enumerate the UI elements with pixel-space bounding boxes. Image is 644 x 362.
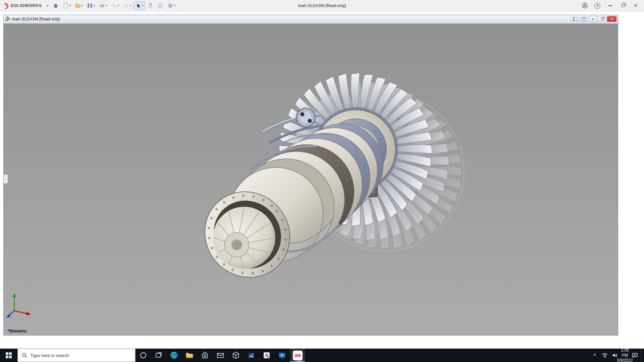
document-titlebar[interactable]: main.SLDASM [Read-only] × bbox=[4, 15, 618, 23]
help-icon: ? bbox=[594, 3, 600, 9]
pane-toggle-left-button[interactable] bbox=[571, 16, 579, 22]
print-button[interactable]: ▾ bbox=[97, 1, 109, 10]
app-icon-photos[interactable] bbox=[244, 349, 259, 362]
open-button[interactable]: ▾ bbox=[73, 1, 85, 10]
redo-button[interactable]: ▾ bbox=[121, 1, 133, 10]
clock-time: 2:06 PM bbox=[621, 348, 629, 358]
app-icon-movies-tv[interactable] bbox=[274, 349, 290, 362]
app-icon-3d-viewer[interactable] bbox=[228, 349, 244, 362]
app-window-controls: ? × bbox=[581, 2, 642, 9]
home-button[interactable] bbox=[51, 1, 60, 10]
maximize-restore-button[interactable] bbox=[619, 2, 627, 9]
select-tool-button[interactable]: ▾ bbox=[133, 1, 145, 10]
solidworks-app-logo: SW bbox=[294, 353, 301, 358]
home-icon bbox=[53, 3, 59, 9]
account-icon bbox=[582, 2, 588, 9]
redo-chevron[interactable]: ▾ bbox=[130, 4, 131, 7]
search-icon bbox=[22, 353, 27, 358]
assembly-document-icon bbox=[5, 16, 10, 21]
paint-3d-icon bbox=[263, 351, 271, 359]
document-title: main.SLDASM [Read-only] bbox=[12, 17, 60, 21]
open-chevron[interactable]: ▾ bbox=[82, 4, 83, 7]
chevron-up-icon: ^ bbox=[593, 353, 596, 358]
bolt-flange bbox=[296, 108, 315, 127]
save-chevron[interactable]: ▾ bbox=[94, 4, 95, 7]
open-folder-icon bbox=[75, 3, 81, 9]
app-icon-edge[interactable] bbox=[166, 349, 182, 362]
undo-chevron[interactable]: ▾ bbox=[118, 4, 119, 7]
viewport-3d[interactable]: *Dimetric › bbox=[4, 23, 618, 335]
taskbar-search-input[interactable]: Type here to search bbox=[17, 349, 136, 362]
doc-close-button[interactable]: × bbox=[607, 16, 616, 22]
help-button[interactable]: ? bbox=[594, 2, 601, 9]
pane-top-icon bbox=[582, 17, 586, 21]
collapse-arrow-icon: › bbox=[5, 177, 6, 181]
app-titlebar: SOLIDWORKS ▸ ▾ ▾ ▾ ▾ bbox=[0, 0, 644, 11]
account-button[interactable] bbox=[581, 2, 588, 9]
redo-icon bbox=[123, 3, 129, 9]
print-chevron[interactable]: ▾ bbox=[106, 4, 107, 7]
feature-manager-collapse-tab[interactable]: › bbox=[4, 174, 8, 184]
select-arrow-icon bbox=[135, 3, 141, 9]
movies-tv-icon bbox=[278, 351, 286, 359]
document-window: main.SLDASM [Read-only] × bbox=[3, 15, 618, 336]
engine-3d-model bbox=[4, 23, 618, 335]
show-desktop-button[interactable] bbox=[641, 349, 643, 362]
pane-toggle-top-button[interactable] bbox=[580, 16, 588, 22]
mouse-icon bbox=[147, 3, 153, 9]
system-tray: ^ 2:06 PM 5/9/2022 bbox=[590, 349, 644, 362]
action-center-button[interactable] bbox=[631, 349, 639, 362]
desktop: SOLIDWORKS ▸ ▾ ▾ ▾ ▾ bbox=[0, 0, 644, 362]
print-icon bbox=[99, 3, 105, 9]
cortana-button[interactable] bbox=[136, 349, 151, 362]
new-document-icon bbox=[63, 3, 69, 9]
app-icon-mail[interactable] bbox=[213, 349, 228, 362]
solidworks-app-tile: SW 2021 bbox=[293, 351, 303, 360]
mail-icon bbox=[216, 351, 224, 359]
network-button[interactable] bbox=[600, 349, 609, 362]
close-app-button[interactable]: × bbox=[632, 2, 639, 9]
document-properties-button[interactable] bbox=[156, 1, 165, 10]
new-document-chevron[interactable]: ▾ bbox=[69, 4, 71, 7]
select-tool-chevron[interactable]: ▾ bbox=[142, 4, 143, 7]
options-button[interactable]: ▾ bbox=[166, 1, 177, 10]
gear-icon bbox=[167, 3, 173, 9]
search-placeholder: Type here to search bbox=[31, 353, 69, 358]
toolbar-flyout-arrow[interactable]: ▸ bbox=[47, 4, 49, 7]
options-chevron[interactable]: ▾ bbox=[174, 4, 175, 7]
orientation-triad bbox=[6, 294, 31, 318]
app-icon-file-explorer[interactable] bbox=[182, 349, 197, 362]
engine-model bbox=[187, 64, 468, 295]
edge-icon bbox=[170, 351, 178, 360]
doc-restore-button[interactable] bbox=[598, 16, 606, 22]
app-icon-paint-3d[interactable] bbox=[259, 349, 274, 362]
solidworks-version-badge: 2021 bbox=[297, 359, 303, 362]
document-properties-icon bbox=[157, 3, 163, 9]
solidworks-logo-icon bbox=[2, 2, 9, 9]
file-explorer-icon bbox=[185, 351, 194, 360]
app-icon-solidworks-2021[interactable]: SW 2021 bbox=[290, 349, 305, 362]
close-icon: × bbox=[634, 3, 637, 8]
doc-close-icon: × bbox=[610, 17, 613, 21]
doc-restore-icon bbox=[601, 18, 603, 20]
main-toolbar: ▾ ▾ ▾ ▾ ▾ ▾ ▾ bbox=[51, 1, 177, 10]
document-window-controls: × bbox=[571, 16, 616, 22]
cube-3d-icon bbox=[232, 351, 240, 359]
undo-button[interactable]: ▾ bbox=[109, 1, 121, 10]
task-view-button[interactable] bbox=[151, 349, 166, 362]
start-button[interactable] bbox=[0, 349, 17, 362]
brand-text: SOLIDWORKS bbox=[10, 3, 42, 8]
new-document-button[interactable]: ▾ bbox=[61, 1, 72, 10]
taskbar: Type here to search bbox=[0, 349, 644, 362]
view-orientation-label: *Dimetric bbox=[8, 328, 27, 334]
minimize-button[interactable] bbox=[606, 2, 614, 9]
tray-overflow-button[interactable]: ^ bbox=[590, 349, 599, 362]
taskbar-clock[interactable]: 2:06 PM 5/9/2022 bbox=[621, 349, 629, 362]
restore-icon bbox=[622, 4, 625, 7]
action-center-icon bbox=[632, 352, 638, 359]
save-button[interactable]: ▾ bbox=[85, 1, 97, 10]
app-icon-store[interactable] bbox=[197, 349, 213, 362]
doc-minimize-button[interactable] bbox=[589, 16, 597, 22]
store-icon bbox=[201, 351, 209, 359]
mouse-gestures-button[interactable] bbox=[146, 1, 155, 10]
